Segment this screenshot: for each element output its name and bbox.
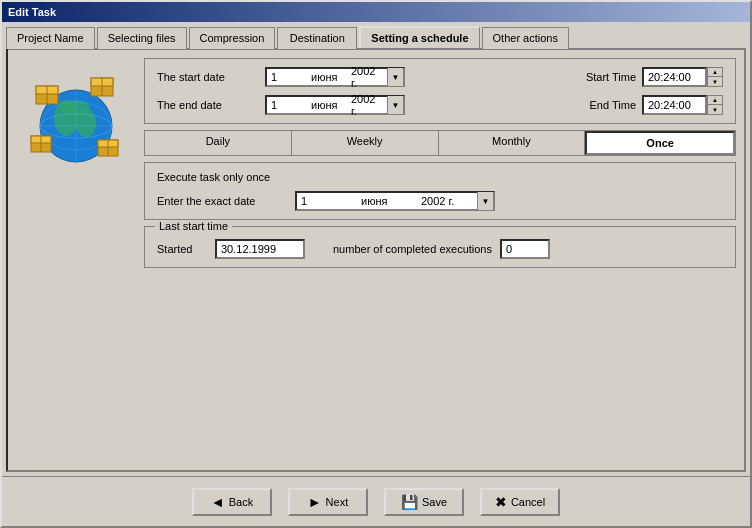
icon-area	[16, 58, 136, 462]
end-date-day: 1	[267, 99, 307, 111]
tab-destination[interactable]: Destination	[277, 27, 357, 49]
start-date-month: июня	[307, 71, 347, 83]
exact-date-dropdown-icon[interactable]: ▼	[477, 192, 493, 210]
window-title: Edit Task	[8, 6, 56, 18]
cancel-icon: ✖	[495, 494, 507, 510]
end-date-label: The end date	[157, 99, 257, 111]
next-label: Next	[326, 496, 349, 508]
end-time-field[interactable]	[642, 95, 707, 115]
start-time-label: Start Time	[586, 71, 636, 83]
tab-project-name[interactable]: Project Name	[6, 27, 95, 49]
save-button[interactable]: 💾 Save	[384, 488, 464, 516]
end-date-row: The end date 1 июня 2002 г. ▼ End Time	[157, 95, 723, 115]
start-time-up-button[interactable]: ▲	[708, 68, 722, 77]
next-button[interactable]: ► Next	[288, 488, 368, 516]
exact-date-combo[interactable]: 1 июня 2002 г. ▼	[295, 191, 495, 211]
back-icon: ◄	[211, 494, 225, 510]
save-icon: 💾	[401, 494, 418, 510]
start-time-down-button[interactable]: ▼	[708, 77, 722, 86]
tab-other-actions[interactable]: Other actions	[482, 27, 569, 49]
last-start-section: Last start time Started number of comple…	[144, 226, 736, 268]
started-label: Started	[157, 243, 207, 255]
bottom-bar: ◄ Back ► Next 💾 Save ✖ Cancel	[2, 476, 750, 526]
datetime-section: The start date 1 июня 2002 г. ▼ Start Ti…	[144, 58, 736, 124]
back-label: Back	[229, 496, 253, 508]
tab-setting-schedule[interactable]: Setting a schedule	[359, 26, 479, 48]
content-area: The start date 1 июня 2002 г. ▼ Start Ti…	[6, 48, 746, 472]
tab-compression[interactable]: Compression	[189, 27, 276, 49]
save-label: Save	[422, 496, 447, 508]
start-date-row: The start date 1 июня 2002 г. ▼ Start Ti…	[157, 67, 723, 87]
schedule-tabs: Daily Weekly Monthly Once	[144, 130, 736, 156]
exact-date-label: Enter the exact date	[157, 195, 287, 207]
start-time-spin: ▲ ▼	[707, 67, 723, 87]
schedule-tab-once[interactable]: Once	[585, 131, 735, 155]
start-date-day: 1	[267, 71, 307, 83]
start-time-input[interactable]	[648, 71, 706, 83]
once-section: Execute task only once Enter the exact d…	[144, 162, 736, 220]
start-time-field[interactable]	[642, 67, 707, 87]
start-date-dropdown-icon[interactable]: ▼	[387, 68, 403, 86]
once-title: Execute task only once	[157, 171, 723, 183]
executions-label: number of completed executions	[333, 243, 492, 255]
back-button[interactable]: ◄ Back	[192, 488, 272, 516]
end-date-combo[interactable]: 1 июня 2002 г. ▼	[265, 95, 405, 115]
schedule-tab-daily[interactable]: Daily	[145, 131, 292, 155]
start-date-year: 2002 г.	[347, 65, 387, 89]
last-start-legend: Last start time	[155, 220, 232, 232]
started-field[interactable]	[215, 239, 305, 259]
exact-date-row: Enter the exact date 1 июня 2002 г. ▼	[157, 191, 723, 211]
end-time-up-button[interactable]: ▲	[708, 96, 722, 105]
tab-bar: Project Name Selecting files Compression…	[2, 22, 750, 48]
main-content: The start date 1 июня 2002 г. ▼ Start Ti…	[144, 58, 736, 462]
end-time-spin: ▲ ▼	[707, 95, 723, 115]
executions-field[interactable]	[500, 239, 550, 259]
end-time-input[interactable]	[648, 99, 706, 111]
next-icon: ►	[308, 494, 322, 510]
title-bar: Edit Task	[2, 2, 750, 22]
cancel-button[interactable]: ✖ Cancel	[480, 488, 560, 516]
cancel-label: Cancel	[511, 496, 545, 508]
start-date-label: The start date	[157, 71, 257, 83]
end-time-down-button[interactable]: ▼	[708, 105, 722, 114]
end-date-month: июня	[307, 99, 347, 111]
end-time-label: End Time	[590, 99, 636, 111]
exact-date-day: 1	[297, 195, 357, 207]
exact-date-month: июня	[357, 195, 417, 207]
exact-date-year: 2002 г.	[417, 195, 477, 207]
end-date-year: 2002 г.	[347, 93, 387, 117]
schedule-tab-weekly[interactable]: Weekly	[292, 131, 439, 155]
last-start-row: Started number of completed executions	[157, 239, 723, 259]
start-time-input-group: ▲ ▼	[642, 67, 723, 87]
tab-selecting-files[interactable]: Selecting files	[97, 27, 187, 49]
edit-task-window: Edit Task Project Name Selecting files C…	[0, 0, 752, 528]
schedule-tab-monthly[interactable]: Monthly	[439, 131, 586, 155]
start-date-combo[interactable]: 1 июня 2002 г. ▼	[265, 67, 405, 87]
end-date-dropdown-icon[interactable]: ▼	[387, 96, 403, 114]
end-time-input-group: ▲ ▼	[642, 95, 723, 115]
globe-icon	[26, 68, 126, 168]
